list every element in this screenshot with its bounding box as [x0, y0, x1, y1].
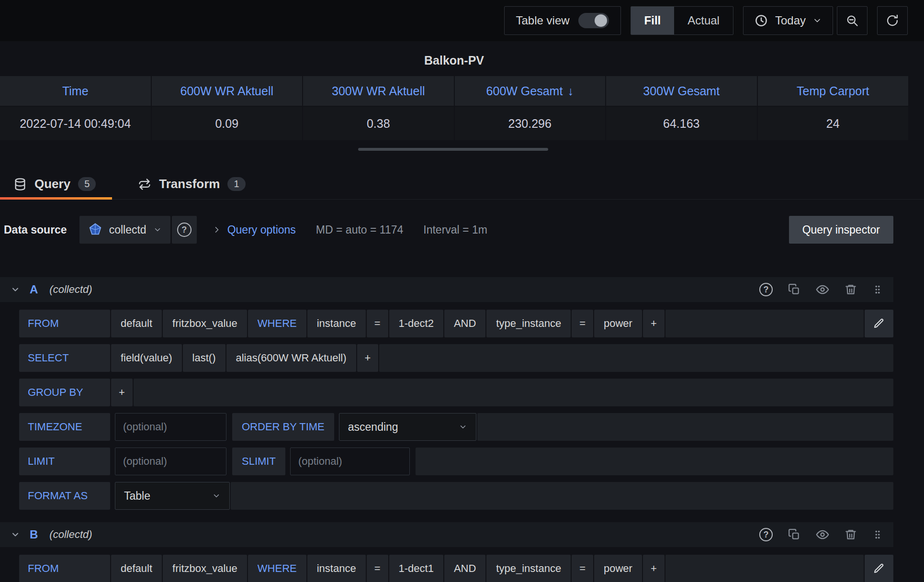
- select-function-segment[interactable]: last(): [183, 344, 225, 372]
- collapse-chevron-icon[interactable]: [11, 285, 20, 294]
- cell-600w-wr-aktuell: 0.09: [152, 107, 303, 140]
- refresh-button[interactable]: [877, 6, 908, 35]
- query-a-header: A (collectd) ?: [0, 277, 893, 302]
- drag-handle-icon[interactable]: [872, 284, 883, 295]
- datasource-label: Data source: [4, 224, 67, 236]
- tab-transform[interactable]: Transform 1: [124, 169, 261, 199]
- where-key-segment[interactable]: instance: [307, 555, 366, 582]
- format-as-label: FORMAT AS: [19, 482, 110, 510]
- table-view-toggle[interactable]: [578, 13, 609, 28]
- transform-count-badge: 1: [227, 177, 245, 191]
- select-label: SELECT: [19, 344, 110, 372]
- measurement-segment[interactable]: fritzbox_value: [163, 555, 247, 582]
- select-row: SELECT field(value) last() alias(600W WR…: [19, 344, 893, 372]
- slimit-input[interactable]: [290, 448, 410, 475]
- where-key-segment[interactable]: instance: [307, 310, 366, 337]
- cell-300w-wr-aktuell: 0.38: [303, 107, 454, 140]
- datasource-picker[interactable]: collectd: [79, 216, 170, 244]
- retention-policy-segment[interactable]: default: [111, 310, 162, 337]
- where-operator-segment[interactable]: =: [367, 310, 388, 337]
- help-icon: ?: [177, 223, 192, 237]
- collapse-chevron-icon[interactable]: [11, 530, 20, 539]
- time-range-group: Today: [743, 6, 833, 35]
- tab-query-label: Query: [34, 177, 70, 191]
- query-a-rows: FROM default fritzbox_value WHERE instan…: [19, 310, 893, 510]
- edit-query-pencil-icon[interactable]: [865, 555, 893, 582]
- row-filler: [665, 555, 864, 582]
- row-filler: [665, 310, 864, 337]
- column-header-time[interactable]: Time: [0, 76, 151, 106]
- preview-table: Time 600W WR Aktuell 300W WR Aktuell 600…: [0, 76, 908, 140]
- datasource-toolbar: Data source collectd ? Query options MD …: [4, 216, 893, 244]
- timezone-input[interactable]: [115, 413, 226, 441]
- datasource-help-button[interactable]: ?: [172, 216, 197, 244]
- query-help-icon[interactable]: ?: [759, 283, 773, 296]
- retention-policy-segment[interactable]: default: [111, 555, 162, 582]
- where-label: WHERE: [248, 555, 306, 582]
- add-condition-button[interactable]: +: [643, 310, 665, 337]
- hide-query-eye-icon[interactable]: [816, 283, 829, 296]
- column-header-600w-wr-aktuell[interactable]: 600W WR Aktuell: [152, 76, 303, 106]
- delete-query-trash-icon[interactable]: [845, 528, 857, 541]
- edit-query-pencil-icon[interactable]: [865, 310, 893, 337]
- hide-query-eye-icon[interactable]: [816, 528, 829, 541]
- column-header-300w-gesamt[interactable]: 300W Gesamt: [606, 76, 757, 106]
- add-condition-button[interactable]: +: [643, 555, 665, 582]
- query-datasource-name: (collectd): [49, 528, 92, 541]
- where-value-segment[interactable]: 1-dect1: [389, 555, 443, 582]
- where-value-segment[interactable]: power: [594, 555, 642, 582]
- column-header-300w-wr-aktuell[interactable]: 300W WR Aktuell: [303, 76, 454, 106]
- delete-query-trash-icon[interactable]: [845, 283, 857, 296]
- database-icon: [13, 178, 27, 191]
- query-help-icon[interactable]: ?: [759, 528, 773, 541]
- actual-button[interactable]: Actual: [674, 7, 733, 34]
- query-ref-id: A: [30, 283, 38, 296]
- format-as-select[interactable]: Table: [115, 482, 230, 510]
- add-select-part-button[interactable]: +: [357, 344, 379, 372]
- duplicate-query-icon[interactable]: [788, 283, 800, 296]
- format-as-row: FORMAT AS Table: [19, 482, 893, 510]
- add-group-by-button[interactable]: +: [111, 379, 133, 406]
- column-header-temp-carport[interactable]: Temp Carport: [758, 76, 909, 106]
- tab-query[interactable]: Query 5: [0, 169, 112, 199]
- table-header-row: Time 600W WR Aktuell 300W WR Aktuell 600…: [0, 76, 908, 106]
- query-inspector-button[interactable]: Query inspector: [789, 216, 893, 244]
- where-condition-segment[interactable]: AND: [444, 310, 485, 337]
- fill-button[interactable]: Fill: [631, 7, 675, 34]
- zoom-out-button[interactable]: [837, 6, 868, 35]
- query-b-header: B (collectd) ?: [0, 522, 893, 547]
- query-ref-id: B: [30, 528, 38, 541]
- sort-desc-icon: ↓: [567, 84, 574, 98]
- select-field-segment[interactable]: field(value): [111, 344, 182, 372]
- where-value-segment[interactable]: power: [594, 310, 642, 337]
- limit-input[interactable]: [115, 448, 226, 475]
- group-by-label: GROUP BY: [19, 379, 110, 406]
- from-row: FROM default fritzbox_value WHERE instan…: [19, 310, 893, 337]
- from-row: FROM default fritzbox_value WHERE instan…: [19, 555, 893, 582]
- zoom-out-icon: [845, 14, 859, 27]
- column-header-600w-gesamt[interactable]: 600W Gesamt↓: [455, 76, 606, 106]
- measurement-segment[interactable]: fritzbox_value: [163, 310, 247, 337]
- row-filler: [477, 413, 893, 441]
- row-filler: [231, 482, 893, 510]
- datasource-name: collectd: [109, 224, 146, 236]
- where-value-segment[interactable]: 1-dect2: [389, 310, 443, 337]
- where-key-segment[interactable]: type_instance: [486, 310, 571, 337]
- drag-handle-icon[interactable]: [872, 529, 883, 540]
- where-operator-segment[interactable]: =: [367, 555, 388, 582]
- tab-transform-label: Transform: [159, 177, 220, 191]
- where-operator-segment[interactable]: =: [572, 555, 593, 582]
- horizontal-scrollbar[interactable]: [358, 148, 548, 151]
- where-operator-segment[interactable]: =: [572, 310, 593, 337]
- duplicate-query-icon[interactable]: [788, 528, 800, 541]
- order-by-select[interactable]: ascending: [339, 413, 476, 441]
- select-alias-segment[interactable]: alias(600W WR Aktuell): [226, 344, 356, 372]
- max-datapoints-text: MD = auto = 1174: [316, 224, 403, 236]
- table-view-label: Table view: [516, 14, 570, 27]
- table-view-group: Table view: [504, 6, 621, 35]
- time-range-picker[interactable]: Today: [744, 7, 833, 34]
- where-condition-segment[interactable]: AND: [444, 555, 485, 582]
- where-key-segment[interactable]: type_instance: [486, 555, 571, 582]
- order-by-time-label: ORDER BY TIME: [232, 413, 334, 441]
- query-options-toggle[interactable]: Query options: [227, 224, 296, 236]
